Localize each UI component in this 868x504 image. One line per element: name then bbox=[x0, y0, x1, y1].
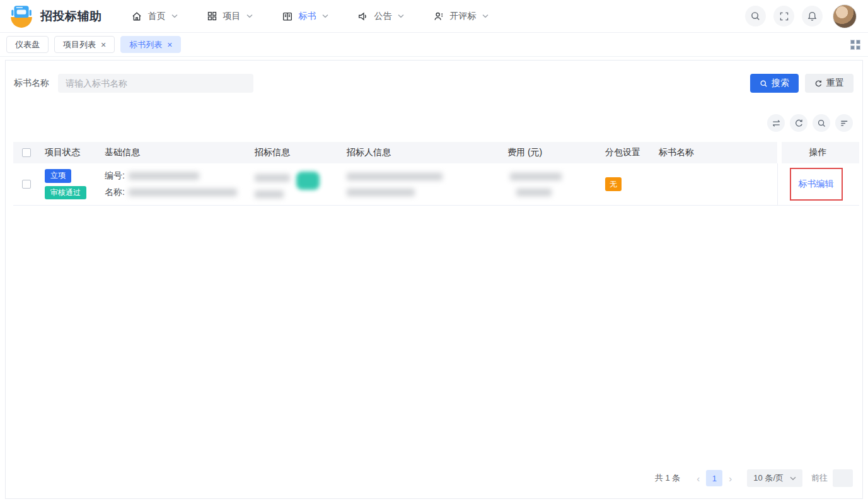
tab-bid-list[interactable]: 标书列表 × bbox=[120, 36, 181, 53]
chevron-down-icon bbox=[246, 14, 253, 18]
menu-item-home[interactable]: 首页 bbox=[131, 11, 178, 22]
people-icon bbox=[433, 11, 444, 22]
subcontract-badge: 无 bbox=[605, 177, 622, 191]
fee-cell bbox=[507, 173, 605, 196]
goto-page-input[interactable] bbox=[833, 469, 853, 487]
subcontract-cell: 无 bbox=[605, 179, 659, 190]
top-navbar: 招投标辅助 首页 项目 bbox=[0, 0, 868, 33]
col-header-bid-name: 标书名称 bbox=[659, 147, 777, 158]
tab-project-list[interactable]: 项目列表 × bbox=[54, 36, 115, 53]
page-size-select[interactable]: 10 条/页 bbox=[747, 469, 802, 487]
chevron-down-icon bbox=[790, 476, 796, 481]
select-all-checkbox[interactable] bbox=[22, 148, 31, 157]
name-label: 名称: bbox=[105, 187, 125, 198]
redacted-number bbox=[129, 172, 199, 180]
tab-dashboard[interactable]: 仪表盘 bbox=[6, 36, 49, 53]
apps-grid-icon[interactable] bbox=[850, 40, 860, 50]
page-number-button[interactable]: 1 bbox=[706, 470, 722, 486]
notifications-button[interactable] bbox=[802, 6, 823, 26]
redacted-text bbox=[347, 173, 443, 180]
actions-cell: 标书编辑 bbox=[777, 163, 859, 205]
search-icon[interactable] bbox=[813, 114, 830, 132]
redacted-badge bbox=[296, 172, 320, 190]
user-avatar[interactable] bbox=[833, 4, 857, 28]
table-row: 立项 审核通过 编号: 名称: bbox=[13, 163, 859, 206]
bell-icon bbox=[807, 11, 818, 21]
redacted-name bbox=[129, 189, 237, 196]
redacted-text bbox=[255, 190, 284, 198]
speaker-icon bbox=[357, 11, 369, 22]
goto-label: 前往 bbox=[811, 472, 828, 484]
number-label: 编号: bbox=[105, 170, 125, 182]
refresh-icon[interactable] bbox=[790, 114, 807, 132]
prev-page-button[interactable]: ‹ bbox=[690, 473, 706, 484]
page-tabs: 仪表盘 项目列表 × 标书列表 × bbox=[0, 33, 868, 57]
menu-item-bid-opening[interactable]: 开评标 bbox=[433, 11, 489, 22]
chevron-down-icon bbox=[322, 14, 328, 18]
col-header-fee: 费用 (元) bbox=[507, 147, 605, 158]
tenderer-info-cell bbox=[347, 173, 507, 196]
bid-name-input[interactable] bbox=[58, 74, 253, 93]
transfer-icon[interactable] bbox=[767, 114, 785, 132]
menu-item-project[interactable]: 项目 bbox=[207, 11, 253, 22]
annotation-highlight-box: 标书编辑 bbox=[790, 168, 843, 201]
bid-list-panel: 标书名称 搜索 重置 bbox=[5, 60, 863, 499]
bid-name-label: 标书名称 bbox=[14, 78, 49, 89]
menu-item-announcement[interactable]: 公告 bbox=[357, 11, 404, 22]
column-filter-icon[interactable] bbox=[835, 114, 853, 132]
chevron-down-icon bbox=[398, 14, 404, 18]
menu-item-bid-document[interactable]: 标书 bbox=[282, 11, 328, 22]
project-status-cell: 立项 审核通过 bbox=[45, 169, 105, 199]
redacted-text bbox=[516, 189, 552, 196]
table-header-row: 项目状态 基础信息 招标信息 招标人信息 费用 (元) 分包设置 标书名称 操作 bbox=[13, 142, 859, 163]
col-header-tenderer-info: 招标人信息 bbox=[347, 147, 507, 158]
bid-info-cell bbox=[255, 170, 347, 198]
main-menu: 首页 项目 标书 bbox=[131, 11, 489, 22]
search-icon bbox=[760, 79, 768, 88]
home-icon bbox=[131, 11, 142, 22]
grid-icon bbox=[207, 11, 217, 21]
status-badge: 立项 bbox=[45, 169, 71, 183]
redacted-text bbox=[255, 174, 290, 182]
col-header-subcontract: 分包设置 bbox=[605, 147, 659, 158]
bid-table: 项目状态 基础信息 招标信息 招标人信息 费用 (元) 分包设置 标书名称 操作… bbox=[13, 142, 859, 206]
status-badge: 审核通过 bbox=[45, 186, 86, 200]
basic-info-cell: 编号: 名称: bbox=[105, 168, 255, 201]
table-toolbar bbox=[6, 93, 862, 132]
refresh-icon bbox=[814, 79, 823, 88]
navbar-actions bbox=[745, 4, 857, 28]
close-icon[interactable]: × bbox=[167, 40, 172, 49]
redacted-text bbox=[510, 173, 562, 180]
edit-bid-link[interactable]: 标书编辑 bbox=[799, 179, 834, 189]
col-header-bid-info: 招标信息 bbox=[255, 147, 347, 158]
pagination: 共 1 条 ‹ 1 › 10 条/页 前往 bbox=[655, 469, 853, 487]
col-header-basic-info: 基础信息 bbox=[105, 147, 255, 158]
search-button[interactable]: 搜索 bbox=[750, 74, 799, 93]
chevron-down-icon bbox=[482, 14, 489, 18]
total-count: 共 1 条 bbox=[655, 472, 680, 484]
fullscreen-icon bbox=[779, 11, 789, 21]
app-logo-icon bbox=[9, 4, 34, 29]
close-icon[interactable]: × bbox=[101, 40, 106, 49]
chevron-down-icon bbox=[171, 14, 178, 18]
col-header-project-status: 项目状态 bbox=[45, 147, 105, 158]
next-page-button[interactable]: › bbox=[722, 473, 738, 484]
search-form: 标书名称 搜索 重置 bbox=[6, 61, 862, 93]
row-checkbox[interactable] bbox=[22, 180, 31, 189]
search-icon bbox=[750, 11, 761, 21]
fullscreen-button[interactable] bbox=[773, 6, 794, 26]
book-icon bbox=[282, 11, 293, 22]
global-search-button[interactable] bbox=[745, 6, 766, 26]
redacted-text bbox=[347, 189, 415, 196]
reset-button[interactable]: 重置 bbox=[805, 74, 854, 93]
app-title: 招投标辅助 bbox=[40, 8, 102, 25]
col-header-actions: 操作 bbox=[777, 142, 859, 163]
